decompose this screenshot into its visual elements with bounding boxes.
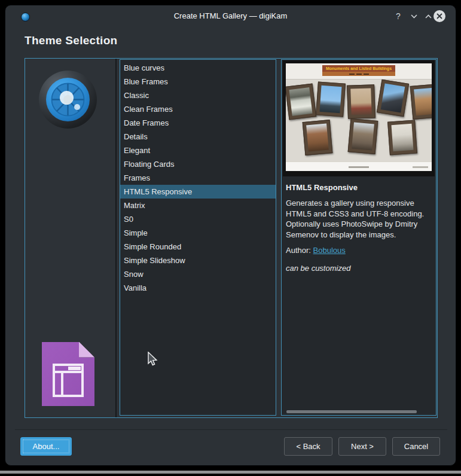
preview-photo-thumbnail <box>348 118 378 154</box>
theme-list[interactable]: Blue curvesBlue FramesClassicClean Frame… <box>120 59 276 416</box>
preview-photo-thumbnail <box>303 120 333 155</box>
preview-photo-grid <box>286 80 432 154</box>
preview-photo-thumbnail <box>347 84 375 119</box>
next-button[interactable]: Next > <box>338 437 386 456</box>
theme-list-item[interactable]: Simple Slideshow <box>120 254 276 267</box>
horizontal-scrollbar[interactable] <box>286 410 417 413</box>
theme-list-item[interactable]: Classic <box>120 89 276 102</box>
theme-list-item[interactable]: Simple <box>120 226 276 240</box>
preview-photo-thumbnail <box>410 84 432 120</box>
theme-list-item[interactable]: Blue curves <box>120 61 276 75</box>
theme-list-item[interactable]: Frames <box>120 171 276 185</box>
cancel-button[interactable]: Cancel <box>392 437 440 456</box>
author-link[interactable]: Bobulous <box>313 246 346 255</box>
back-button[interactable]: < Back <box>284 437 332 456</box>
preview-pager <box>322 72 395 76</box>
panel-divider <box>115 59 117 417</box>
theme-list-item[interactable]: Snow <box>120 267 276 281</box>
screen-edge-strip <box>0 471 461 474</box>
dialog-window: Create HTML Gallery — digiKam ? Theme Se… <box>5 5 456 466</box>
theme-list-item[interactable]: Clean Frames <box>120 102 276 116</box>
titlebar[interactable]: Create HTML Gallery — digiKam ? <box>5 5 456 27</box>
theme-list-item[interactable]: S0 <box>120 212 276 226</box>
preview-photo-thumbnail <box>377 80 409 117</box>
theme-list-item[interactable]: Floating Cards <box>120 157 276 171</box>
theme-preview-image: Monuments and Listed Buildings <box>283 60 435 176</box>
page-title: Theme Selection <box>25 34 118 47</box>
digikam-logo-icon <box>39 71 97 129</box>
theme-list-item[interactable]: Matrix <box>120 199 276 212</box>
theme-description: Generates a gallery using responsive HTM… <box>286 198 434 240</box>
minimize-icon[interactable] <box>407 9 420 23</box>
wizard-content-box: Blue curvesBlue FramesClassicClean Frame… <box>25 58 438 418</box>
html-document-icon <box>42 342 94 406</box>
preview-photo-thumbnail <box>387 120 417 155</box>
preview-photo-thumbnail <box>286 83 316 120</box>
theme-list-item[interactable]: HTML5 Responsive <box>120 185 276 199</box>
theme-note: can be customized <box>286 264 350 273</box>
theme-list-item[interactable]: Vanilla <box>120 281 276 295</box>
theme-list-item[interactable]: Details <box>120 130 276 144</box>
help-icon[interactable]: ? <box>392 9 405 23</box>
preview-gallery-caption: Monuments and Listed Buildings <box>326 66 392 71</box>
author-label: Author: <box>286 246 311 255</box>
theme-author-line: Author: Bobulous <box>286 246 346 255</box>
footer-separator <box>15 429 447 430</box>
theme-details-panel: Monuments and Listed Buildings <box>281 59 436 416</box>
about-button[interactable]: About... <box>20 437 72 456</box>
preview-footer <box>286 161 432 171</box>
window-title: Create HTML Gallery — digiKam <box>5 5 456 27</box>
theme-list-item[interactable]: Elegant <box>120 144 276 157</box>
theme-list-item[interactable]: Date Frames <box>120 116 276 130</box>
wizard-side-panel <box>25 59 115 417</box>
preview-photo-thumbnail <box>316 81 346 117</box>
theme-list-item[interactable]: Simple Rounded <box>120 240 276 254</box>
maximize-icon[interactable] <box>422 9 435 23</box>
theme-list-item[interactable]: Blue Frames <box>120 75 276 89</box>
close-icon[interactable] <box>433 10 445 22</box>
theme-name: HTML5 Responsive <box>286 183 358 192</box>
